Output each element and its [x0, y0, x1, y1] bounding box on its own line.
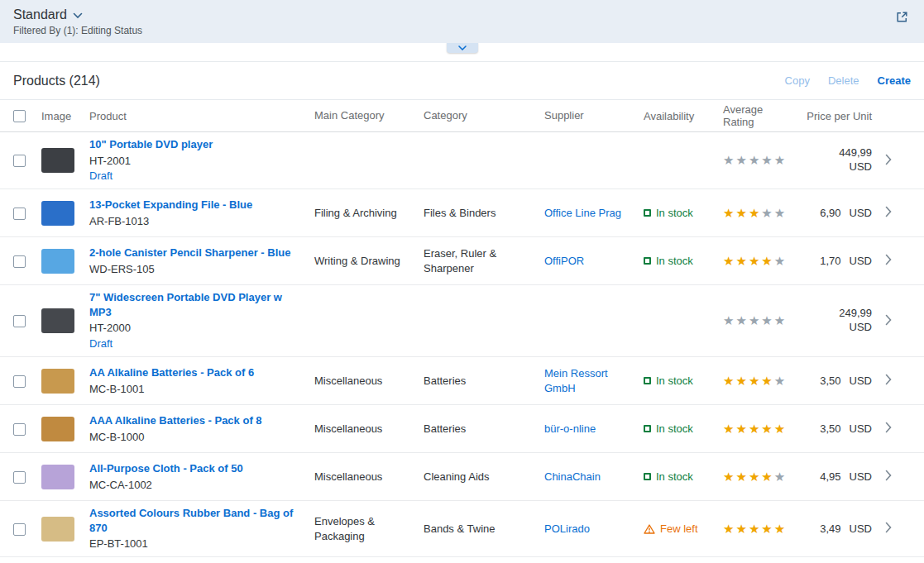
product-image: [41, 249, 74, 274]
row-chevron-icon[interactable]: [885, 206, 892, 217]
product-link[interactable]: AA Alkaline Batteries - Pack of 6: [89, 365, 254, 380]
row-chevron-icon[interactable]: [885, 522, 892, 533]
availability: In stock: [644, 422, 723, 435]
availability: Few left: [644, 522, 723, 535]
variant-selector[interactable]: Standard: [13, 7, 83, 22]
availability-label: In stock: [656, 422, 693, 435]
availability-label: In stock: [656, 470, 693, 483]
category: Eraser, Ruler & Sharpener: [424, 246, 544, 275]
price-currency: USD: [850, 470, 872, 483]
table-row[interactable]: Assorted Colours Rubber Band - Bag of 87…: [0, 501, 924, 557]
price-amount: 449,99: [839, 146, 872, 160]
price-currency: USD: [850, 207, 872, 219]
column-header-average-rating: Average Rating: [723, 103, 801, 128]
column-header-availability: Availability: [644, 110, 723, 122]
availability-label: In stock: [656, 255, 693, 267]
product-link[interactable]: 7" Widescreen Portable DVD Player w MP3: [89, 290, 304, 319]
product-link[interactable]: 13-Pocket Expanding File - Blue: [89, 198, 252, 212]
row-checkbox[interactable]: [13, 375, 26, 388]
price: 1,70 USD: [801, 255, 872, 267]
in-stock-icon: [644, 209, 651, 217]
table-row[interactable]: 10" Portable DVD player HT-2001 Draft ★★…: [0, 132, 924, 189]
chevron-down-icon: [73, 7, 83, 22]
column-header-product: Product: [89, 110, 314, 122]
product-link[interactable]: 10" Portable DVD player: [89, 137, 213, 152]
warning-icon: [644, 524, 655, 534]
price: 449,99 USD: [801, 146, 872, 174]
row-checkbox[interactable]: [13, 208, 26, 220]
row-chevron-icon[interactable]: [885, 470, 892, 481]
category: Batteries: [424, 422, 544, 437]
in-stock-icon: [644, 257, 651, 265]
price-currency: USD: [850, 255, 872, 267]
row-checkbox[interactable]: [13, 155, 26, 167]
row-checkbox[interactable]: [13, 423, 26, 436]
product-image: [41, 201, 74, 226]
category: Batteries: [424, 374, 544, 389]
supplier-link[interactable]: POLirado: [544, 522, 590, 535]
price-currency: USD: [850, 160, 872, 174]
product-link[interactable]: 2-hole Canister Pencil Sharpener - Blue: [89, 246, 290, 260]
price-amount: 249,99: [839, 307, 872, 321]
price-amount: 6,90: [820, 207, 840, 219]
product-link[interactable]: Assorted Colours Rubber Band - Bag of 87…: [89, 506, 304, 535]
in-stock-icon: [644, 425, 651, 432]
filter-info-text: Filtered By (1): Editing Status: [13, 25, 911, 36]
product-link[interactable]: All-Purpose Cloth - Pack of 50: [89, 461, 243, 476]
category: Files & Binders: [424, 206, 544, 221]
availability: In stock: [644, 255, 723, 267]
product-image: [41, 417, 74, 441]
copy-button[interactable]: Copy: [785, 74, 810, 87]
product-link[interactable]: AAA Alkaline Batteries - Pack of 8: [89, 413, 262, 428]
row-checkbox[interactable]: [13, 315, 26, 327]
price: 4,95 USD: [801, 470, 872, 483]
availability: In stock: [644, 470, 723, 483]
price-amount: 1,70: [820, 255, 840, 267]
create-button[interactable]: Create: [878, 74, 911, 87]
availability: In stock: [644, 375, 723, 387]
toolbar-actions: Copy Delete Create: [785, 74, 911, 87]
availability-label: In stock: [656, 375, 693, 387]
table-header-row: Image Product Main Category Category Sup…: [0, 99, 924, 132]
supplier-link[interactable]: Mein Ressort GmbH: [544, 367, 608, 394]
row-chevron-icon[interactable]: [885, 422, 892, 433]
row-chevron-icon[interactable]: [885, 314, 892, 326]
row-chevron-icon[interactable]: [885, 254, 892, 265]
table-row[interactable]: All-Purpose Cloth - Pack of 50 MC-CA-100…: [0, 453, 924, 501]
table-row[interactable]: AAA Alkaline Batteries - Pack of 8 MC-B-…: [0, 405, 924, 453]
price: 6,90 USD: [801, 207, 872, 219]
supplier-link[interactable]: ChinaChain: [544, 470, 601, 483]
table-toolbar: Products (214) Copy Delete Create: [0, 61, 924, 99]
share-button[interactable]: [893, 8, 911, 28]
row-checkbox[interactable]: [13, 255, 26, 268]
in-stock-icon: [644, 377, 651, 384]
rating-stars: ★★★★★: [723, 313, 801, 328]
select-all-checkbox[interactable]: [13, 110, 26, 122]
price: 3,50 USD: [801, 422, 872, 435]
table-row[interactable]: Black Bottom Paper Carrier - Pack of 250…: [0, 557, 924, 563]
table-row[interactable]: 13-Pocket Expanding File - Blue AR-FB-10…: [0, 189, 924, 237]
supplier-link[interactable]: OffiPOR: [544, 255, 584, 267]
product-status: Draft: [89, 337, 304, 351]
in-stock-icon: [644, 473, 651, 480]
table-row[interactable]: 2-hole Canister Pencil Sharpener - Blue …: [0, 237, 924, 285]
product-id: MC-CA-1002: [89, 479, 304, 493]
price-amount: 3,50: [820, 375, 840, 387]
supplier-link[interactable]: Office Line Prag: [544, 207, 621, 219]
table-row[interactable]: 7" Widescreen Portable DVD Player w MP3 …: [0, 285, 924, 357]
column-header-main-category: Main Category: [314, 108, 424, 123]
main-category: Envelopes & Packaging: [314, 514, 424, 543]
row-checkbox[interactable]: [13, 523, 26, 536]
table-row[interactable]: AA Alkaline Batteries - Pack of 6 MC-B-1…: [0, 357, 924, 405]
category: Bands & Twine: [424, 522, 544, 537]
price-currency: USD: [850, 422, 872, 435]
row-chevron-icon[interactable]: [885, 374, 892, 385]
product-id: HT-2001: [89, 155, 304, 169]
row-chevron-icon[interactable]: [885, 154, 892, 165]
supplier-link[interactable]: bür-o-nline: [544, 422, 596, 435]
delete-button[interactable]: Delete: [828, 74, 859, 87]
table-body: 10" Portable DVD player HT-2001 Draft ★★…: [0, 132, 924, 563]
row-checkbox[interactable]: [13, 471, 26, 484]
product-image: [41, 308, 74, 333]
page-header: Standard Filtered By (1): Editing Status: [0, 0, 924, 43]
